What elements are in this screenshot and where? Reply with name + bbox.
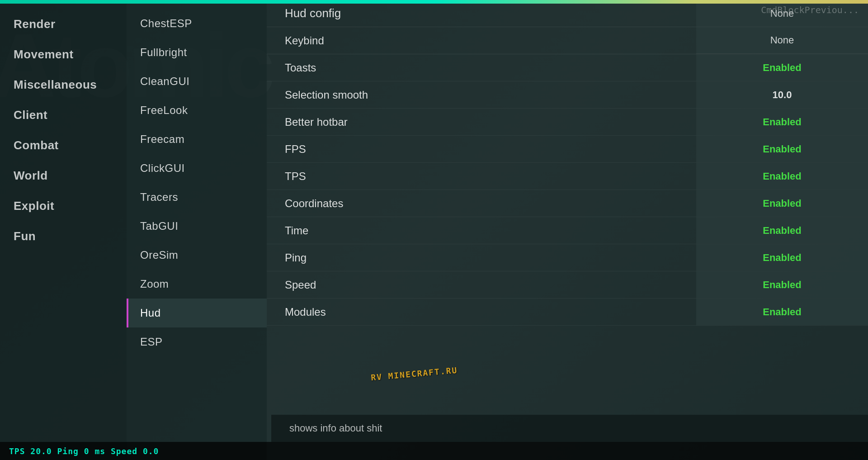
setting-label-coordinates: Coordinates	[267, 197, 696, 210]
category-sidebar: Render Movement Miscellaneous Client Com…	[0, 0, 127, 460]
description-bar: shows info about shit	[271, 415, 868, 442]
setting-row-keybind[interactable]: Keybind None	[267, 27, 868, 54]
setting-value-speed: Enabled	[763, 279, 802, 291]
setting-label-tps: TPS	[267, 170, 696, 183]
keybind-label: Keybind	[267, 34, 696, 47]
status-bar: TPS 20.0 Ping 0 ms Speed 0.0	[0, 442, 868, 460]
setting-label-fps: FPS	[267, 143, 696, 156]
setting-value-toasts: Enabled	[763, 62, 802, 74]
sidebar-item-miscellaneous[interactable]: Miscellaneous	[0, 70, 127, 100]
sidebar-item-render[interactable]: Render	[0, 9, 127, 39]
setting-row-coordinates[interactable]: Coordinates Enabled	[267, 190, 868, 217]
module-oresim[interactable]: OreSim	[127, 241, 267, 270]
setting-value-coordinates: Enabled	[763, 198, 802, 209]
content-area: Hud config None Keybind None Toasts Enab…	[267, 0, 868, 460]
module-zoom[interactable]: Zoom	[127, 270, 267, 299]
setting-row-time[interactable]: Time Enabled	[267, 217, 868, 244]
module-tracers[interactable]: Tracers	[127, 183, 267, 212]
module-freelook[interactable]: FreeLook	[127, 96, 267, 125]
setting-label-ping: Ping	[267, 251, 696, 264]
setting-value-ping: Enabled	[763, 252, 802, 264]
setting-value-better-hotbar: Enabled	[763, 116, 802, 128]
setting-row-speed[interactable]: Speed Enabled	[267, 271, 868, 299]
setting-value-modules: Enabled	[763, 306, 802, 318]
description-text: shows info about shit	[289, 422, 382, 434]
module-fullbright[interactable]: Fullbright	[127, 38, 267, 67]
setting-label-selection-smooth: Selection smooth	[267, 89, 696, 101]
sidebar-item-exploit[interactable]: Exploit	[0, 191, 127, 221]
top-gradient-bar	[0, 0, 868, 4]
setting-row-modules[interactable]: Modules Enabled	[267, 299, 868, 326]
setting-row-fps[interactable]: FPS Enabled	[267, 136, 868, 163]
setting-value-selection-smooth: 10.0	[773, 89, 792, 101]
sidebar-item-fun[interactable]: Fun	[0, 221, 127, 251]
setting-row-tps[interactable]: TPS Enabled	[267, 163, 868, 190]
module-tabgui[interactable]: TabGUI	[127, 212, 267, 241]
setting-value-tps: Enabled	[763, 171, 802, 182]
module-clickgui[interactable]: ClickGUI	[127, 154, 267, 183]
sidebar-item-combat[interactable]: Combat	[0, 130, 127, 161]
module-sidebar: ChestESP Fullbright CleanGUI FreeLook Fr…	[127, 0, 267, 460]
sidebar-item-movement[interactable]: Movement	[0, 39, 127, 70]
setting-label-better-hotbar: Better hotbar	[267, 116, 696, 128]
module-chestesp[interactable]: ChestESP	[127, 9, 267, 38]
module-esp[interactable]: ESP	[127, 327, 267, 356]
module-cleangui[interactable]: CleanGUI	[127, 67, 267, 96]
sidebar-item-world[interactable]: World	[0, 161, 127, 191]
module-hud[interactable]: Hud	[127, 299, 267, 327]
status-text: TPS 20.0 Ping 0 ms Speed 0.0	[9, 446, 159, 456]
setting-label-toasts: Toasts	[267, 62, 696, 74]
setting-row-better-hotbar[interactable]: Better hotbar Enabled	[267, 109, 868, 136]
setting-label-modules: Modules	[267, 306, 696, 318]
keybind-value-display: None	[770, 34, 794, 46]
sidebar-item-client[interactable]: Client	[0, 100, 127, 130]
settings-panel: Toasts Enabled Selection smooth 10.0 Bet…	[267, 54, 868, 460]
setting-row-toasts[interactable]: Toasts Enabled	[267, 54, 868, 81]
setting-label-time: Time	[267, 224, 696, 237]
module-freecam[interactable]: Freecam	[127, 125, 267, 154]
setting-label-speed: Speed	[267, 279, 696, 291]
setting-value-fps: Enabled	[763, 143, 802, 155]
top-right-label: CmdBlockPreviou...	[761, 5, 859, 15]
setting-row-ping[interactable]: Ping Enabled	[267, 244, 868, 271]
setting-row-selection-smooth[interactable]: Selection smooth 10.0	[267, 81, 868, 109]
setting-value-time: Enabled	[763, 225, 802, 237]
main-layout: Render Movement Miscellaneous Client Com…	[0, 0, 868, 460]
config-title: Hud config	[267, 6, 696, 20]
